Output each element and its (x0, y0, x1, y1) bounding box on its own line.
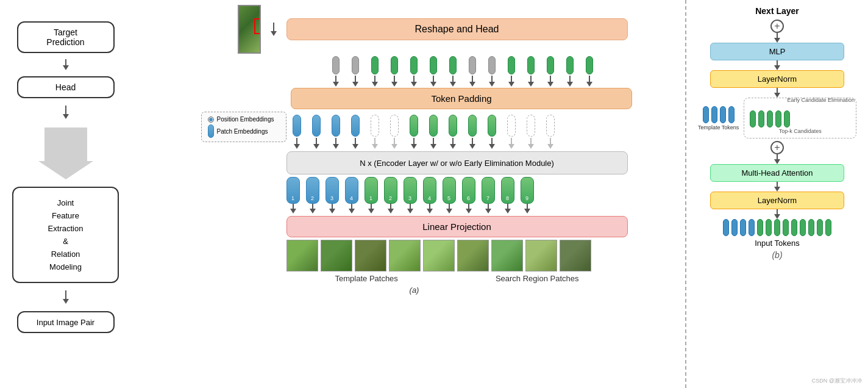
token-padding-area: Token Padding (291, 88, 632, 109)
left-panel: Target Prediction Head Joint Feature Ext… (0, 0, 131, 388)
search-region-label: Search Region Patches (496, 274, 579, 283)
template-patch-1 (286, 240, 318, 271)
input-image-pair-box: Input Image Pair (17, 311, 115, 333)
template-patch-2 (321, 240, 352, 271)
target-prediction-box: Target Prediction (17, 21, 115, 53)
multi-head-attention-box: Multi-Head Attention (710, 164, 844, 182)
token-padding-box: Token Padding (291, 88, 632, 109)
watermark: CSDN @濒宝冲冲冲 (812, 377, 862, 385)
head-box: Head (17, 76, 115, 98)
mlp-label: MLP (769, 47, 786, 56)
right-caption: (b) (772, 250, 782, 260)
search-patch-1 (423, 240, 455, 271)
template-tokens-label: Template Tokens (698, 124, 739, 131)
legend-position-label: Position Embeddings (217, 116, 274, 123)
top-plus-circle: + (770, 20, 784, 33)
reshape-head-label: Reshape and Head (415, 24, 499, 34)
next-layer-label: Next Layer (755, 6, 799, 16)
joint-feature-label: Joint Feature Extraction & Relation Mode… (48, 198, 84, 271)
linear-projection-box: Linear Projection (286, 216, 628, 237)
diagram-area: Reshape and Head (177, 5, 652, 295)
input-tokens-label: Input Tokens (755, 239, 799, 248)
mlp-box: MLP (710, 43, 844, 60)
joint-feature-box: Joint Feature Extraction & Relation Mode… (12, 187, 119, 283)
template-patch-4 (389, 240, 421, 271)
top-k-label: Top-k Candidates (749, 128, 851, 134)
search-patch-4 (525, 240, 557, 271)
template-patch-3 (355, 240, 386, 271)
patch-labels-area: Template Patches Search Region Patches (201, 274, 628, 283)
encoder-layer-label: N x (Encoder Layer w/ or w/o Early Elimi… (360, 159, 554, 168)
center-caption: (a) (410, 286, 419, 295)
center-panel: Reshape and Head (131, 0, 685, 388)
template-patches-label: Template Patches (335, 274, 398, 283)
multi-head-attention-label: Multi-Head Attention (741, 168, 813, 178)
early-candidate-label: Early Candidate Elimination (787, 97, 855, 104)
middle-plus-circle: + (770, 141, 784, 154)
early-candidate-region: Early Candidate Elimination Top-k Candid… (744, 98, 856, 138)
head-label: Head (55, 82, 76, 92)
input-image-pair-label: Input Image Pair (37, 318, 94, 327)
right-panel: Next Layer + MLP LayerNorm Template Toke… (685, 0, 868, 388)
token-padding-label: Token Padding (431, 93, 491, 104)
encoder-layer-area: N x (Encoder Layer w/ or w/o Early Elimi… (201, 151, 628, 174)
legend-patch-label: Patch Embeddings (217, 128, 268, 135)
linear-proj-area: Linear Projection (201, 216, 628, 237)
search-patch-5 (560, 240, 591, 271)
encoder-layer-box: N x (Encoder Layer w/ or w/o Early Elimi… (286, 151, 628, 174)
search-patch-3 (491, 240, 523, 271)
numbered-tokens-area: 1 2 3 (201, 177, 628, 214)
layer-norm-bottom-box: LayerNorm (710, 192, 844, 209)
target-image (238, 5, 261, 54)
target-prediction-label: Target Prediction (46, 27, 84, 47)
reshape-head-box: Reshape and Head (286, 18, 628, 40)
arrows-row-1 (201, 56, 628, 87)
search-patch-2 (457, 240, 489, 271)
layer-norm-bottom-label: LayerNorm (758, 196, 797, 205)
linear-projection-label: Linear Projection (422, 221, 491, 232)
input-tokens-area (710, 219, 844, 236)
layer-norm-top-box: LayerNorm (710, 70, 844, 88)
patches-area (201, 240, 628, 271)
layer-norm-top-label: LayerNorm (758, 74, 797, 84)
legend-box: Position Embeddings Patch Embeddings (201, 112, 286, 142)
